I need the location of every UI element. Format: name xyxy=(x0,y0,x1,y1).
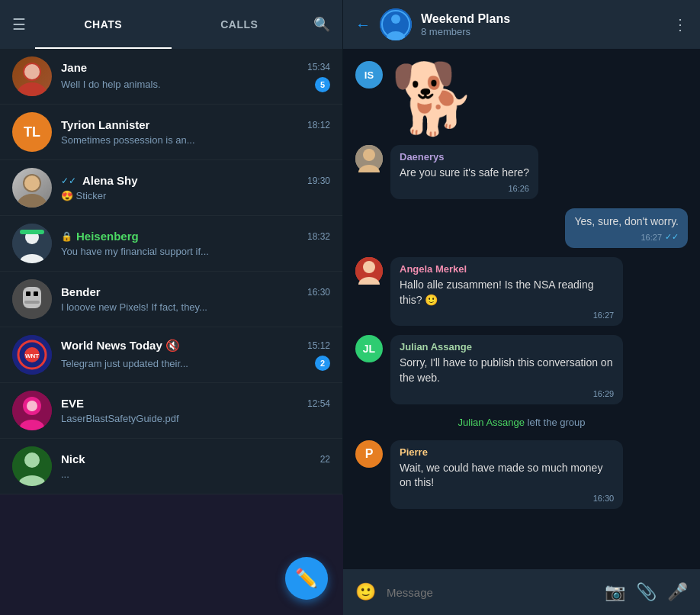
chat-info: World News Today 🔇 15:12 Telegram just u… xyxy=(61,339,330,371)
message-time: 16:26 xyxy=(508,184,529,193)
svg-rect-11 xyxy=(23,287,41,308)
table-row: Angela Merkel Hallo alle zusammen! Is th… xyxy=(355,257,688,326)
message-bubble: Pierre Wait, we could have made so much … xyxy=(390,440,623,509)
message-time: 16:27 xyxy=(593,311,615,320)
emoji-button[interactable]: 🙂 xyxy=(355,582,376,602)
sticker-image: 🐕 xyxy=(390,64,476,133)
pencil-icon: ✏️ xyxy=(295,568,318,589)
svg-point-22 xyxy=(27,401,37,411)
unread-badge: 2 xyxy=(315,356,330,371)
message-text: Yes, sure, don't worry. xyxy=(574,214,679,230)
message-sender: Angela Merkel xyxy=(400,263,614,275)
avatar: WNT xyxy=(12,335,52,375)
chat-info: Tyrion Lannister 18:12 Sometimes possess… xyxy=(61,118,330,146)
avatar xyxy=(12,446,52,486)
list-item[interactable]: 🔒 Heisenberg 18:32 You have my financial… xyxy=(0,216,342,272)
svg-point-31 xyxy=(363,149,375,161)
table-row: JL Julian Assange Sorry, I'll have to pu… xyxy=(355,335,688,404)
chat-info: Jane 15:34 Well I do help animals. 5 xyxy=(61,61,330,92)
table-row: P Pierre Wait, we could have made so muc… xyxy=(355,440,688,509)
table-row: IS 🐕 xyxy=(355,61,688,136)
list-item[interactable]: Nick 22 ... xyxy=(0,439,342,494)
avatar: JL xyxy=(355,335,383,362)
system-message: Julian Assange left the group xyxy=(355,414,688,431)
svg-point-4 xyxy=(17,194,47,208)
avatar xyxy=(12,224,52,263)
message-time: 16:27 xyxy=(641,233,662,242)
chat-info: EVE 12:54 LaserBlastSafetyGuide.pdf xyxy=(61,397,330,424)
more-options-button[interactable]: ⋮ xyxy=(673,15,688,34)
avatar xyxy=(355,257,383,285)
list-item[interactable]: Jane 15:34 Well I do help animals. 5 xyxy=(0,49,342,105)
list-item[interactable]: Bender 16:30 I looove new Pixels! If fac… xyxy=(0,272,342,327)
table-row: Yes, sure, don't worry. 16:27 ✓✓ xyxy=(355,208,688,249)
right-panel: ← Weekend Plans 8 members ⋮ IS 🐕 xyxy=(343,0,700,615)
tab-group: CHATS CALLS xyxy=(35,0,307,49)
camera-button[interactable]: 📷 xyxy=(605,582,625,602)
message-time: 16:29 xyxy=(593,389,615,398)
double-check-icon: ✓✓ xyxy=(665,232,679,242)
left-header: ☰ CHATS CALLS 🔍 xyxy=(0,0,342,49)
svg-point-34 xyxy=(363,261,375,273)
unread-badge: 5 xyxy=(315,77,330,92)
message-bubble: Daenerys Are you sure it's safe here? 16… xyxy=(390,145,538,199)
hamburger-icon[interactable]: ☰ xyxy=(12,15,26,34)
chat-header: ← Weekend Plans 8 members ⋮ xyxy=(343,0,700,49)
avatar xyxy=(12,168,52,208)
svg-point-28 xyxy=(391,14,400,24)
avatar xyxy=(12,391,52,430)
message-text: Wait, we could have made so much money o… xyxy=(400,461,614,491)
chat-info: 🔒 Heisenberg 18:32 You have my financial… xyxy=(61,230,330,257)
back-button[interactable]: ← xyxy=(355,16,371,34)
message-text: Are you sure it's safe here? xyxy=(400,166,529,181)
search-icon[interactable]: 🔍 xyxy=(313,16,330,33)
svg-point-1 xyxy=(17,82,47,96)
message-time: 16:30 xyxy=(593,494,615,503)
group-info: Weekend Plans 8 members xyxy=(421,12,673,37)
tab-chats[interactable]: CHATS xyxy=(35,0,172,49)
microphone-button[interactable]: 🎤 xyxy=(667,582,688,602)
chat-list: Jane 15:34 Well I do help animals. 5 TL xyxy=(0,49,342,494)
tab-calls[interactable]: CALLS xyxy=(172,0,308,49)
sticker-bubble: 🐕 xyxy=(390,61,476,136)
svg-point-24 xyxy=(24,452,40,468)
message-text: Hallo alle zusammen! Is the NSA reading … xyxy=(400,278,614,308)
list-item[interactable]: ✓✓ Alena Shy 19:30 😍 Sticker xyxy=(0,160,342,216)
svg-rect-12 xyxy=(26,291,31,296)
message-text: Sorry, I'll have to publish this convers… xyxy=(400,356,614,385)
message-bubble: Angela Merkel Hallo alle zusammen! Is th… xyxy=(390,257,623,326)
avatar: IS xyxy=(355,61,383,89)
svg-point-2 xyxy=(24,64,40,79)
compose-button[interactable]: ✏️ xyxy=(285,557,328,600)
svg-rect-14 xyxy=(24,301,40,304)
avatar xyxy=(12,56,52,96)
message-sender: Pierre xyxy=(400,446,614,458)
svg-rect-13 xyxy=(34,291,38,296)
group-name: Weekend Plans xyxy=(421,12,673,26)
avatar: TL xyxy=(12,112,52,152)
message-sender: Julian Assange xyxy=(400,341,614,353)
svg-text:WNT: WNT xyxy=(25,353,39,359)
list-item[interactable]: TL Tyrion Lannister 18:12 Sometimes poss… xyxy=(0,105,342,160)
svg-point-5 xyxy=(24,175,40,191)
avatar: P xyxy=(355,440,383,468)
avatar xyxy=(12,279,52,319)
message-bubble: Yes, sure, don't worry. 16:27 ✓✓ xyxy=(565,208,688,249)
lock-icon: 🔒 xyxy=(61,231,72,242)
list-item[interactable]: EVE 12:54 LaserBlastSafetyGuide.pdf xyxy=(0,383,342,439)
message-input[interactable] xyxy=(387,586,594,599)
avatar xyxy=(355,145,383,172)
attachment-button[interactable]: 📎 xyxy=(636,582,657,602)
message-bubble: Julian Assange Sorry, I'll have to publi… xyxy=(390,335,623,404)
chat-input-area: 🙂 📷 📎 🎤 xyxy=(343,569,700,615)
chat-info: Nick 22 ... xyxy=(61,452,330,480)
message-sender: Daenerys xyxy=(400,151,529,163)
list-item[interactable]: WNT World News Today 🔇 15:12 Telegram ju… xyxy=(0,327,342,383)
chat-info: Bender 16:30 I looove new Pixels! If fac… xyxy=(61,285,330,313)
group-members: 8 members xyxy=(421,26,673,37)
messages-area: IS 🐕 Daenerys Are you sure it's safe her… xyxy=(343,49,700,569)
svg-rect-9 xyxy=(20,230,44,234)
table-row: Daenerys Are you sure it's safe here? 16… xyxy=(355,145,688,199)
double-check-icon: ✓✓ xyxy=(61,175,76,186)
group-avatar xyxy=(380,8,412,40)
